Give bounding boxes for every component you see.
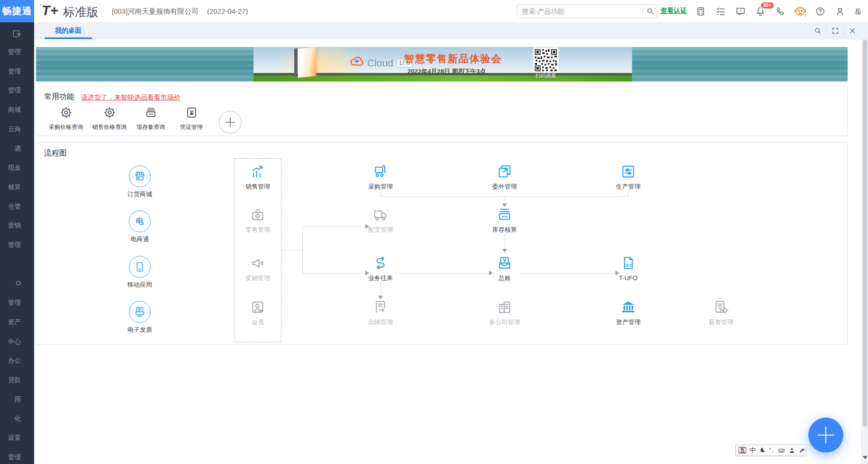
sidebar-item[interactable]: 管理 <box>0 42 34 62</box>
calculator-icon[interactable] <box>691 0 711 22</box>
search-icon[interactable] <box>809 26 826 36</box>
sidebar-item[interactable]: 办公 <box>0 351 34 370</box>
flow-node[interactable]: 会员 <box>236 299 280 326</box>
floating-add-button[interactable] <box>808 418 843 453</box>
flow-node[interactable]: 库存核算 <box>483 207 526 234</box>
asset-icon <box>620 299 636 315</box>
flow-node[interactable]: 总账 <box>483 255 526 282</box>
sidebar-item[interactable]: 仓管 <box>0 197 34 216</box>
checklist-icon[interactable] <box>711 0 731 22</box>
sidebar-item[interactable]: 资产 <box>0 312 34 332</box>
flow-node[interactable]: 薪资管理 <box>699 299 743 326</box>
flow-connector <box>505 234 505 249</box>
help-icon[interactable] <box>810 0 830 22</box>
banner-logo-row: Cloud 17.0 <box>350 55 412 71</box>
view-certification-link[interactable]: 查看认证 <box>660 7 687 15</box>
common-function-item[interactable]: 采购价格查询 <box>45 106 87 131</box>
flow-circle-node[interactable]: 电 <box>129 210 151 232</box>
tab-my-desktop[interactable]: 我的桌面 <box>45 22 92 39</box>
flow-node-label: 零售管理 <box>236 227 280 234</box>
flow-node-label: T-UFO <box>606 275 650 282</box>
produce-icon <box>620 164 636 180</box>
flow-node[interactable]: 生产管理 <box>606 164 650 191</box>
common-function-item[interactable]: 销售价格查询 <box>88 106 131 131</box>
new-tab-icon[interactable] <box>11 28 22 41</box>
sidebar-item[interactable]: 管理 <box>0 81 34 100</box>
add-function-button[interactable] <box>219 111 242 134</box>
flow-circle-node[interactable] <box>129 165 151 187</box>
sidebar-item[interactable]: 用 <box>0 390 34 409</box>
flow-node-label: 销售管理 <box>236 183 280 191</box>
ime-language-icon[interactable]: 中 <box>750 446 756 455</box>
close-icon[interactable] <box>843 26 860 36</box>
promo-icon <box>250 255 266 271</box>
cashier-icon <box>372 299 389 315</box>
sidebar-item[interactable]: 商城 <box>0 100 34 119</box>
ime-wubi-icon[interactable]: 五 <box>739 447 746 454</box>
multicompany-icon <box>497 299 513 315</box>
common-function-label: 采购价格查询 <box>45 123 87 131</box>
sidebar-item[interactable]: 营销 <box>0 216 34 235</box>
user-icon[interactable] <box>830 0 850 22</box>
scrollbar-down-arrow[interactable] <box>863 456 868 462</box>
common-function-item[interactable]: 凭证管理 <box>170 106 213 131</box>
moon-icon[interactable] <box>759 447 766 454</box>
search-icon[interactable] <box>642 6 654 16</box>
person-icon[interactable] <box>788 447 796 454</box>
sidebar-item[interactable]: 中心 <box>0 332 34 351</box>
flow-node[interactable]: 促销管理 <box>236 255 280 282</box>
sidebar-item[interactable]: 通 <box>0 139 34 158</box>
business-icon <box>372 255 389 271</box>
flow-node[interactable]: 零售管理 <box>236 207 280 234</box>
sidebar-item[interactable]: 设置 <box>0 428 34 447</box>
common-functions-title: 常用功能 <box>44 92 74 102</box>
feedback-icon[interactable] <box>731 0 750 22</box>
flow-node[interactable]: 资产管理 <box>606 299 650 326</box>
flow-node[interactable]: 委外管理 <box>483 164 526 191</box>
sidebar-item[interactable]: 管理 <box>0 447 34 464</box>
promo-banner[interactable]: Cloud 17.0 智慧零售新品体验会 2022年4月28日 周四下午3点 扫… <box>36 47 848 82</box>
flow-arrow <box>502 249 507 255</box>
sidebar-item[interactable]: 现金 <box>0 158 34 177</box>
ime-punctuation-icon[interactable]: °， <box>769 447 775 454</box>
flow-node[interactable]: 采购管理 <box>359 164 402 191</box>
wrench-icon <box>799 447 806 454</box>
sidebar-item[interactable] <box>0 255 34 274</box>
flow-node[interactable]: UFOT-UFO <box>606 255 650 282</box>
flow-node[interactable]: 出纳管理 <box>359 299 402 326</box>
fullscreen-icon[interactable] <box>826 26 843 36</box>
flow-connector <box>628 190 629 196</box>
flow-node[interactable]: 业务往来 <box>359 255 402 282</box>
flow-node[interactable]: 配货管理 <box>359 207 402 234</box>
top-bar: 畅捷通 T+ 标准版 [003]河南天曼服饰有限公司 (2022-04-27) … <box>0 0 868 22</box>
flow-node-label: 配货管理 <box>359 227 402 234</box>
sidebar-item[interactable]: 管理 <box>0 235 34 255</box>
sidebar-item[interactable]: O <box>0 273 34 293</box>
smart-selection-link[interactable]: 该进货了，来智能选品看看市场价 <box>81 93 181 102</box>
keyboard-icon[interactable] <box>778 447 785 454</box>
flow-node[interactable]: 多公司管理 <box>483 299 526 326</box>
sidebar-item[interactable]: 化 <box>0 409 34 428</box>
flow-connector <box>395 273 489 273</box>
search-input[interactable] <box>517 4 657 18</box>
flow-node[interactable]: 销售管理 <box>236 164 280 191</box>
flow-circle-node[interactable] <box>129 256 151 278</box>
sidebar-item[interactable]: 管理 <box>0 62 34 81</box>
flow-connector <box>302 227 303 273</box>
vertical-scrollbar[interactable] <box>861 39 868 464</box>
user-name-label[interactable]: 岳 <box>855 8 861 16</box>
flow-circle-node[interactable] <box>129 301 151 323</box>
common-function-item[interactable]: 现存量查询 <box>129 106 172 131</box>
sidebar-item[interactable]: 管理 <box>0 293 34 312</box>
close-icon <box>849 27 856 35</box>
common-function-label: 销售价格查询 <box>88 123 131 131</box>
scrollbar-thumb[interactable] <box>863 40 867 427</box>
notification-bell-icon[interactable]: 99+ <box>750 0 770 22</box>
wrench-icon[interactable] <box>799 447 806 454</box>
sidebar-item[interactable]: 云商 <box>0 119 34 139</box>
monkey-mascot-icon[interactable] <box>790 0 810 22</box>
sidebar-item[interactable]: 贷款 <box>0 370 34 390</box>
sidebar-item[interactable]: 核算 <box>0 177 34 197</box>
phone-icon[interactable] <box>770 0 790 22</box>
chanjet-logo[interactable]: 畅捷通 <box>0 0 34 22</box>
